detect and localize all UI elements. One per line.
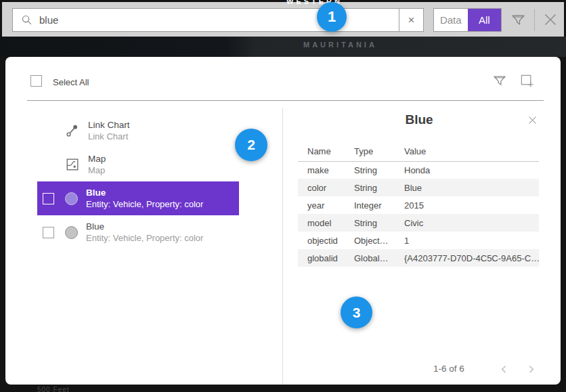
toggle-data-label: Data <box>440 14 462 26</box>
attr-value-cell: Blue <box>404 179 539 196</box>
attr-type-cell: String <box>354 161 404 179</box>
toolbar-divider <box>534 9 535 31</box>
attr-type-cell: String <box>354 214 404 232</box>
item-title: Map <box>88 153 106 165</box>
map-scale-label: 500 Feet <box>37 386 69 392</box>
attr-name-cell: make <box>298 161 354 179</box>
item-title: Blue <box>86 187 203 198</box>
column-header-name: Name <box>298 142 354 161</box>
column-header-value: Value <box>404 142 539 161</box>
pagination-prev-icon[interactable] <box>498 363 510 376</box>
map-background: MAURITANIA <box>0 37 566 57</box>
list-item[interactable]: Link ChartLink Chart <box>37 114 239 148</box>
checkbox-slot <box>43 193 61 204</box>
toggle-all-label: All <box>479 14 490 26</box>
table-row: yearInteger2015 <box>298 196 539 214</box>
callout-3-number: 3 <box>353 305 361 321</box>
item-text: MapMap <box>88 153 106 176</box>
table-row: objectidObject…1 <box>298 232 539 249</box>
item-text: BlueEntity: Vehicle, Property: color <box>86 187 203 210</box>
attr-type-cell: Global… <box>354 249 404 267</box>
search-toolbar: WESTERN × Data All 1 <box>2 2 564 37</box>
app-window: WESTERN × Data All 1 MAURITANIA Sele <box>0 0 566 392</box>
attr-name-cell: year <box>298 196 354 214</box>
attr-value-cell: 1 <box>404 232 539 249</box>
panel-filter-icon[interactable] <box>492 73 507 88</box>
clear-search-icon: × <box>408 14 415 27</box>
detail-title: Blue <box>283 112 555 127</box>
add-selection-icon[interactable] <box>519 73 535 89</box>
list-item[interactable]: MapMap <box>37 148 239 181</box>
callout-2: 2 <box>235 129 267 161</box>
clear-search-button[interactable]: × <box>399 8 424 32</box>
link-chart-icon <box>65 123 80 138</box>
callout-3: 3 <box>341 297 372 328</box>
select-all-checkbox[interactable] <box>30 75 42 87</box>
map-bottom-strip: 500 Feet <box>0 385 566 392</box>
checkbox-slot <box>43 227 61 238</box>
attr-type-cell: Integer <box>354 196 404 214</box>
item-subtitle: Link Chart <box>88 131 130 142</box>
pagination-next-icon[interactable] <box>525 363 538 376</box>
list-item[interactable]: BlueEntity: Vehicle, Property: color <box>37 181 239 215</box>
table-row: makeStringHonda <box>298 161 539 179</box>
item-subtitle: Map <box>88 165 106 176</box>
toggle-all-button[interactable]: All <box>468 9 502 31</box>
select-all-label: Select All <box>53 77 89 87</box>
attribute-table-header: Name Type Value <box>298 142 539 161</box>
entity-circle-icon <box>65 226 78 239</box>
list-detail-divider <box>282 108 283 385</box>
attr-value-cell: 2015 <box>404 196 539 214</box>
item-text: Link ChartLink Chart <box>88 119 130 142</box>
item-subtitle: Entity: Vehicle, Property: color <box>86 198 203 210</box>
detail-close-icon[interactable] <box>527 114 538 126</box>
attr-value-cell: Civic <box>404 214 539 232</box>
toggle-data-button[interactable]: Data <box>434 9 468 31</box>
callout-2-number: 2 <box>247 137 255 153</box>
column-header-type: Type <box>354 142 404 161</box>
attr-name-cell: globalid <box>298 249 354 267</box>
filter-icon[interactable] <box>510 12 526 28</box>
item-checkbox[interactable] <box>43 227 54 238</box>
attr-name-cell: color <box>298 179 354 196</box>
attr-name-cell: objectid <box>298 232 354 249</box>
attr-type-cell: Object… <box>354 232 404 249</box>
item-title: Blue <box>86 221 203 232</box>
results-panel: Select All Link ChartLink ChartMapMapBlu… <box>5 57 561 385</box>
callout-1-number: 1 <box>328 8 336 26</box>
search-icon <box>21 14 32 26</box>
callout-1: 1 <box>317 2 347 32</box>
table-row: colorStringBlue <box>298 179 539 196</box>
item-checkbox[interactable] <box>43 193 54 204</box>
item-subtitle: Entity: Vehicle, Property: color <box>86 232 203 244</box>
map-label-mauritania: MAURITANIA <box>303 41 377 49</box>
list-item[interactable]: BlueEntity: Vehicle, Property: color <box>37 215 239 249</box>
close-search-icon[interactable] <box>542 11 559 28</box>
attr-name-cell: model <box>298 214 354 232</box>
item-title: Link Chart <box>88 119 130 131</box>
attr-value-cell: Honda <box>404 161 539 179</box>
entity-circle-icon <box>65 192 78 205</box>
search-input[interactable] <box>39 14 330 26</box>
pagination-label: 1-6 of 6 <box>433 364 464 374</box>
panel-header-divider <box>27 100 544 101</box>
attribute-table: Name Type Value makeStringHondacolorStri… <box>298 142 539 267</box>
table-row: globalidGlobal…{A4203777-D70D-4C5C-9A65-… <box>298 249 539 267</box>
attr-type-cell: String <box>354 179 404 196</box>
scope-toggle: Data All <box>433 8 502 32</box>
attr-value-cell: {A4203777-D70D-4C5C-9A65-C… <box>404 249 539 267</box>
table-row: modelStringCivic <box>298 214 539 232</box>
map-icon <box>65 157 80 172</box>
item-text: BlueEntity: Vehicle, Property: color <box>86 221 203 244</box>
